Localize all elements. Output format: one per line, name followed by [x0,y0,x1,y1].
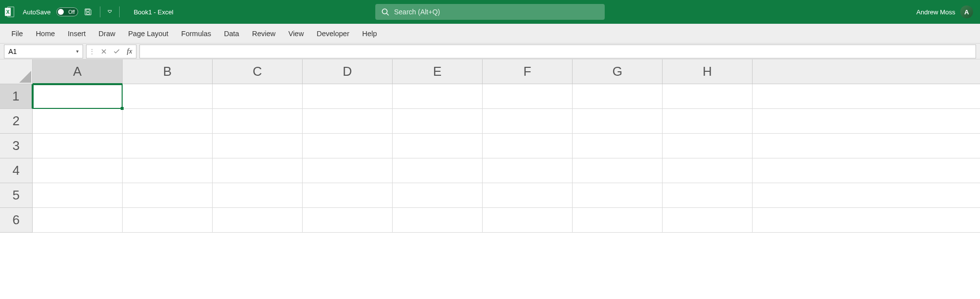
chevron-down-icon[interactable]: ▾ [76,49,79,54]
search-box[interactable] [375,4,605,20]
user-account[interactable]: Andrew Moss A [916,5,976,18]
cell-d6[interactable] [303,208,393,233]
col-header-e[interactable]: E [393,59,483,84]
tab-file[interactable]: File [5,24,29,43]
cell-e6[interactable] [393,208,483,233]
cell-b2[interactable] [123,109,213,134]
row-header-1[interactable]: 1 [0,84,33,109]
cell-g4[interactable] [573,158,663,183]
cell-f4[interactable] [483,158,573,183]
cell-overflow-2[interactable] [753,109,980,134]
cell-overflow-3[interactable] [753,134,980,158]
cell-g1[interactable] [573,84,663,109]
cell-overflow-5[interactable] [753,183,980,208]
cell-g3[interactable] [573,134,663,158]
cell-d1[interactable] [303,84,393,109]
enter-icon[interactable] [112,47,121,56]
cell-overflow-4[interactable] [753,158,980,183]
col-header-h[interactable]: H [663,59,753,84]
col-header-c[interactable]: C [213,59,303,84]
col-header-overflow[interactable] [753,59,980,84]
cell-h5[interactable] [663,183,753,208]
customize-qat-icon[interactable] [106,7,113,17]
cell-a2[interactable] [33,109,123,134]
cell-e2[interactable] [393,109,483,134]
search-input[interactable] [394,8,599,16]
row-header-2[interactable]: 2 [0,109,33,134]
insert-function-icon[interactable]: fx [125,47,134,56]
row-header-3[interactable]: 3 [0,134,33,158]
name-box[interactable]: A1 ▾ [4,45,83,58]
col-header-f[interactable]: F [483,59,573,84]
cell-overflow-1[interactable] [753,84,980,109]
cell-h2[interactable] [663,109,753,134]
cell-f2[interactable] [483,109,573,134]
cell-d2[interactable] [303,109,393,134]
formula-input[interactable] [143,48,973,55]
cell-d4[interactable] [303,158,393,183]
autosave-toggle[interactable]: Off [56,7,78,16]
avatar: A [960,5,973,18]
tab-home[interactable]: Home [29,24,61,43]
col-header-d[interactable]: D [303,59,393,84]
cell-c6[interactable] [213,208,303,233]
row-header-6[interactable]: 6 [0,208,33,233]
tab-insert[interactable]: Insert [61,24,92,43]
autosave-label: AutoSave [23,8,50,16]
cell-g2[interactable] [573,109,663,134]
cell-d5[interactable] [303,183,393,208]
tab-data[interactable]: Data [218,24,246,43]
cell-e5[interactable] [393,183,483,208]
cell-a4[interactable] [33,158,123,183]
tab-draw[interactable]: Draw [92,24,122,43]
cell-c5[interactable] [213,183,303,208]
tab-page-layout[interactable]: Page Layout [122,24,175,43]
row-header-4[interactable]: 4 [0,158,33,183]
cell-b6[interactable] [123,208,213,233]
cell-e1[interactable] [393,84,483,109]
cell-a1[interactable] [33,84,123,109]
cell-f5[interactable] [483,183,573,208]
formula-bar[interactable] [139,45,976,58]
tab-review[interactable]: Review [246,24,282,43]
tab-view[interactable]: View [282,24,310,43]
tab-developer[interactable]: Developer [310,24,356,43]
cell-b4[interactable] [123,158,213,183]
cell-a5[interactable] [33,183,123,208]
cell-h4[interactable] [663,158,753,183]
cell-f3[interactable] [483,134,573,158]
cell-h1[interactable] [663,84,753,109]
cell-h6[interactable] [663,208,753,233]
cell-f1[interactable] [483,84,573,109]
cell-e3[interactable] [393,134,483,158]
search-icon [381,8,389,16]
cancel-icon[interactable] [99,47,108,56]
cell-b5[interactable] [123,183,213,208]
more-icon[interactable]: ⋮ [89,48,95,55]
col-header-a[interactable]: A [33,59,123,84]
save-icon[interactable] [82,6,94,18]
select-all-corner[interactable] [0,59,33,84]
cell-overflow-6[interactable] [753,208,980,233]
col-header-b[interactable]: B [123,59,213,84]
cell-h3[interactable] [663,134,753,158]
cell-a3[interactable] [33,134,123,158]
cell-b1[interactable] [123,84,213,109]
cell-c1[interactable] [213,84,303,109]
cell-f6[interactable] [483,208,573,233]
cell-c2[interactable] [213,109,303,134]
cell-c3[interactable] [213,134,303,158]
cell-g6[interactable] [573,208,663,233]
tab-formulas[interactable]: Formulas [175,24,218,43]
cell-e4[interactable] [393,158,483,183]
tab-help[interactable]: Help [356,24,384,43]
qat-separator [100,6,100,17]
row-header-5[interactable]: 5 [0,183,33,208]
spreadsheet-grid: A B C D E F G H 1 2 3 4 5 [0,59,980,233]
col-header-g[interactable]: G [573,59,663,84]
cell-b3[interactable] [123,134,213,158]
cell-d3[interactable] [303,134,393,158]
cell-a6[interactable] [33,208,123,233]
cell-g5[interactable] [573,183,663,208]
cell-c4[interactable] [213,158,303,183]
